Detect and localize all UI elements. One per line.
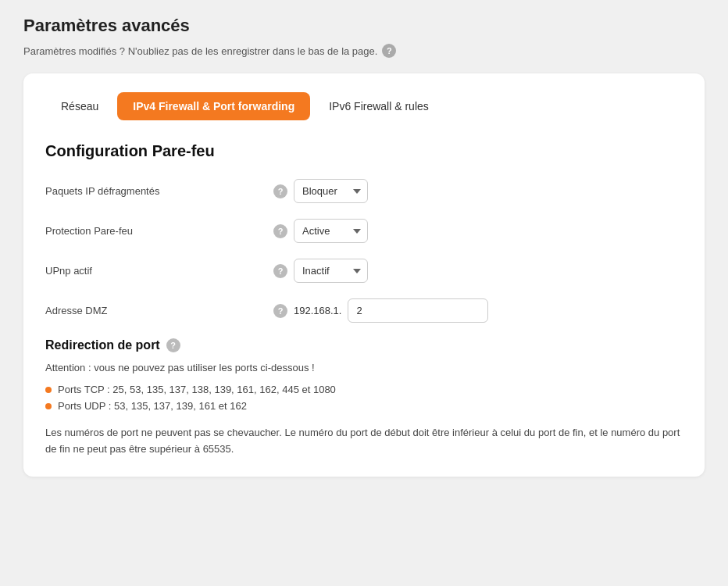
redirection-title: Redirection de port [45, 338, 160, 352]
paquets-row: Paquets IP défragmentés ? Bloquer Accept… [45, 179, 683, 203]
dmz-prefix: 192.168.1. [294, 305, 341, 316]
paquets-select[interactable]: Bloquer Accepter [294, 179, 368, 203]
paquets-control: ? Bloquer Accepter [273, 179, 368, 203]
upnp-select[interactable]: Inactif Actif [294, 259, 368, 283]
tab-reseau[interactable]: Réseau [45, 92, 114, 120]
upnp-label: UPnp actif [45, 265, 264, 277]
bullet-dot-udp [45, 403, 52, 409]
list-item: Ports TCP : 25, 53, 135, 137, 138, 139, … [45, 381, 683, 398]
protection-control: ? Active Inactive [273, 219, 368, 243]
subtitle-help-icon[interactable]: ? [382, 44, 396, 58]
paquets-help-icon[interactable]: ? [273, 184, 287, 198]
protection-select[interactable]: Active Inactive [294, 219, 368, 243]
redirection-help-icon[interactable]: ? [166, 338, 180, 352]
dmz-label: Adresse DMZ [45, 305, 264, 316]
paquets-label: Paquets IP défragmentés [45, 185, 264, 197]
redirection-warning: Attention : vous ne pouvez pas utiliser … [45, 362, 683, 373]
tab-ipv4[interactable]: IPv4 Firewall & Port forwarding [117, 92, 310, 120]
redirection-info: Les numéros de port ne peuvent pas se ch… [45, 425, 683, 458]
page-subtitle: Paramètres modifiés ? N'oubliez pas de l… [23, 44, 705, 58]
protection-label: Protection Pare-feu [45, 225, 264, 237]
main-card: Réseau IPv4 Firewall & Port forwarding I… [23, 73, 705, 477]
firewall-section-title: Configuration Pare-feu [45, 142, 683, 160]
page-title: Paramètres avancés [23, 16, 705, 36]
protection-help-icon[interactable]: ? [273, 224, 287, 238]
bullet-dot-tcp [45, 387, 52, 393]
redirection-title-row: Redirection de port ? [45, 338, 683, 352]
dmz-input[interactable] [348, 298, 488, 323]
list-item: Ports UDP : 53, 135, 137, 139, 161 et 16… [45, 398, 683, 414]
dmz-control: ? 192.168.1. [273, 298, 488, 323]
tab-bar: Réseau IPv4 Firewall & Port forwarding I… [45, 92, 683, 120]
upnp-control: ? Inactif Actif [273, 259, 368, 283]
dmz-row: Adresse DMZ ? 192.168.1. [45, 298, 683, 323]
tab-ipv6[interactable]: IPv6 Firewall & rules [313, 92, 444, 120]
protection-row: Protection Pare-feu ? Active Inactive [45, 219, 683, 243]
upnp-row: UPnp actif ? Inactif Actif [45, 259, 683, 283]
dmz-help-icon[interactable]: ? [273, 304, 287, 318]
ports-list: Ports TCP : 25, 53, 135, 137, 138, 139, … [45, 381, 683, 414]
upnp-help-icon[interactable]: ? [273, 264, 287, 278]
